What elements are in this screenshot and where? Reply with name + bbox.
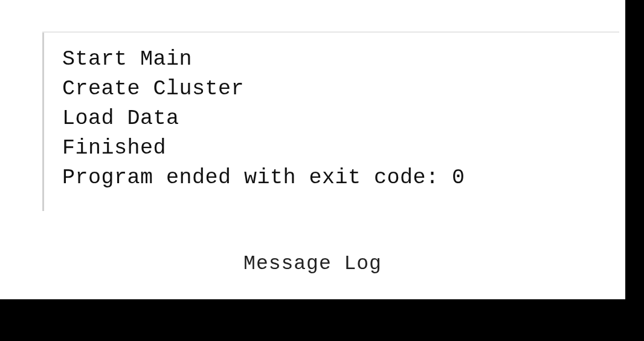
caption-label: Message Log <box>0 253 625 275</box>
log-line: Finished <box>62 134 601 163</box>
log-line: Program ended with exit code: 0 <box>62 163 601 193</box>
log-output: Start Main Create Cluster Load Data Fini… <box>42 33 601 211</box>
console-panel: Start Main Create Cluster Load Data Fini… <box>0 0 625 299</box>
log-line: Create Cluster <box>62 74 601 104</box>
log-line: Start Main <box>62 45 601 74</box>
log-line: Load Data <box>62 104 601 134</box>
